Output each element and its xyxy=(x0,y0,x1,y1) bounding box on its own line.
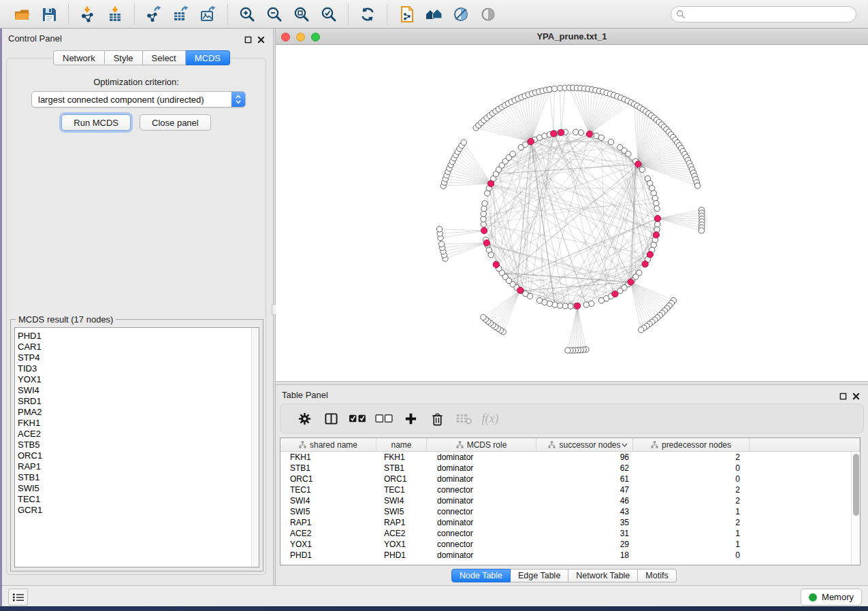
table-cell[interactable]: SWI4 xyxy=(280,495,376,506)
zoom-out-button[interactable] xyxy=(263,3,286,26)
table-cell[interactable]: dominator xyxy=(427,517,536,528)
graph-leaf-node[interactable] xyxy=(438,242,444,247)
export-network-file-button[interactable] xyxy=(395,3,418,26)
table-row[interactable]: ACE2ACE2connector311 xyxy=(280,528,860,539)
table-cell[interactable]: dominator xyxy=(427,474,536,484)
table-cell[interactable]: 1 xyxy=(633,539,750,550)
graph-leaf-node[interactable] xyxy=(565,348,570,353)
dominator-node[interactable] xyxy=(654,216,660,222)
zoom-fit-button[interactable] xyxy=(290,3,313,26)
dominator-node[interactable] xyxy=(586,131,592,137)
graph-node[interactable] xyxy=(562,303,568,309)
network-canvas[interactable] xyxy=(276,45,868,381)
table-settings-button[interactable] xyxy=(293,408,316,429)
show-panels-button[interactable] xyxy=(8,589,28,606)
graph-leaf-node[interactable] xyxy=(436,227,442,232)
table-cell[interactable]: 61 xyxy=(536,474,633,484)
table-row[interactable]: PHD1PHD1dominator180 xyxy=(280,550,860,561)
table-cell[interactable]: STB1 xyxy=(376,463,427,474)
mcds-result-item[interactable]: GCR1 xyxy=(15,505,259,516)
table-row[interactable]: FKH1FKH1dominator962 xyxy=(280,452,860,463)
dominator-node[interactable] xyxy=(635,161,641,167)
table-row[interactable]: ORC1ORC1dominator610 xyxy=(280,474,860,484)
mcds-result-item[interactable]: FKH1 xyxy=(15,418,259,429)
dominator-node[interactable] xyxy=(483,240,489,246)
table-cell[interactable]: dominator xyxy=(427,550,536,561)
table-cell[interactable]: connector xyxy=(427,539,536,550)
network-window-titlebar[interactable]: YPA_prune.txt_1 xyxy=(276,29,868,45)
tab-network[interactable]: Network xyxy=(53,50,105,65)
table-row[interactable]: STB1STB1dominator620 xyxy=(280,463,860,474)
graph-leaf-node[interactable] xyxy=(694,183,700,188)
deselect-all-columns-button[interactable] xyxy=(372,408,396,429)
close-table-panel-icon[interactable] xyxy=(852,391,860,403)
table-row[interactable]: SWI4SWI4dominator462 xyxy=(280,495,860,506)
table-cell[interactable]: ACE2 xyxy=(280,528,376,539)
table-cell[interactable]: 2 xyxy=(633,495,750,506)
mcds-result-item[interactable]: PMA2 xyxy=(15,407,259,418)
tab-select[interactable]: Select xyxy=(143,50,186,65)
open-file-button[interactable] xyxy=(10,3,33,26)
dominator-node[interactable] xyxy=(628,279,634,285)
home-network-button[interactable] xyxy=(422,3,445,26)
table-cell[interactable]: connector xyxy=(427,506,536,517)
mcds-result-item[interactable]: STB1 xyxy=(15,472,259,483)
tab-edge-table[interactable]: Edge Table xyxy=(511,569,568,582)
select-all-columns-button[interactable] xyxy=(346,408,369,429)
zoom-selected-button[interactable] xyxy=(317,3,340,26)
graph-node[interactable] xyxy=(626,151,631,156)
tab-node-table[interactable]: Node Table xyxy=(451,569,511,582)
graph-node[interactable] xyxy=(568,303,573,309)
table-cell[interactable]: 1 xyxy=(633,528,750,539)
refresh-view-button[interactable] xyxy=(356,3,379,26)
table-cell[interactable]: 0 xyxy=(633,463,750,474)
close-panel-icon[interactable] xyxy=(257,34,265,46)
add-column-button[interactable] xyxy=(399,408,422,429)
delete-column-button[interactable] xyxy=(425,408,449,429)
tab-mcds[interactable]: MCDS xyxy=(186,50,230,65)
table-cell[interactable]: 96 xyxy=(536,452,633,463)
table-cell[interactable]: FKH1 xyxy=(280,452,376,463)
graph-node[interactable] xyxy=(598,297,604,303)
save-session-button[interactable] xyxy=(37,3,61,26)
table-cell[interactable]: SWI4 xyxy=(376,495,427,506)
graph-node[interactable] xyxy=(639,167,645,172)
dominator-node[interactable] xyxy=(612,291,618,297)
table-cell[interactable]: 18 xyxy=(536,550,633,561)
graph-leaf-node[interactable] xyxy=(461,139,466,145)
memory-button[interactable]: Memory xyxy=(801,589,862,606)
graph-node[interactable] xyxy=(481,205,487,211)
mcds-result-list[interactable]: PHD1CAR1STP4TID3YOX1SWI4SRD1PMA2FKH1ACE2… xyxy=(14,327,259,567)
table-cell[interactable]: 2 xyxy=(633,484,750,495)
table-cell[interactable]: RAP1 xyxy=(280,517,376,528)
graph-node[interactable] xyxy=(588,301,594,306)
float-panel-icon[interactable] xyxy=(244,34,252,46)
dominator-node[interactable] xyxy=(653,232,659,238)
mcds-result-item[interactable]: ACE2 xyxy=(15,429,259,440)
graph-leaf-node[interactable] xyxy=(638,327,643,333)
mcds-result-item[interactable]: STP4 xyxy=(15,352,259,363)
table-cell[interactable]: 29 xyxy=(536,539,633,550)
table-cell[interactable]: connector xyxy=(427,528,536,539)
network-graph[interactable] xyxy=(276,45,868,381)
graph-node[interactable] xyxy=(481,222,486,227)
graph-node[interactable] xyxy=(578,130,583,135)
table-scrollbar-thumb[interactable] xyxy=(853,454,859,516)
graph-node[interactable] xyxy=(652,195,658,201)
dominator-node[interactable] xyxy=(493,261,499,267)
column-header-name[interactable]: name xyxy=(376,438,427,451)
table-row[interactable]: RAP1RAP1dominator352 xyxy=(280,517,860,528)
graph-node[interactable] xyxy=(557,303,562,308)
table-cell[interactable]: 62 xyxy=(536,463,633,474)
table-cell[interactable]: ORC1 xyxy=(376,474,427,484)
column-header-predecessor-nodes[interactable]: predecessor nodes xyxy=(633,438,750,451)
graph-node[interactable] xyxy=(481,216,486,222)
column-header-successor-nodes[interactable]: successor nodes xyxy=(536,438,633,451)
mcds-result-item[interactable]: RAP1 xyxy=(15,461,259,472)
graph-node[interactable] xyxy=(608,139,613,144)
table-cell[interactable]: 0 xyxy=(633,474,750,484)
close-panel-button[interactable]: Close panel xyxy=(140,114,211,131)
run-mcds-button[interactable]: Run MCDS xyxy=(61,114,131,131)
table-cell[interactable]: 2 xyxy=(633,517,750,528)
table-cell[interactable]: PHD1 xyxy=(280,550,376,561)
